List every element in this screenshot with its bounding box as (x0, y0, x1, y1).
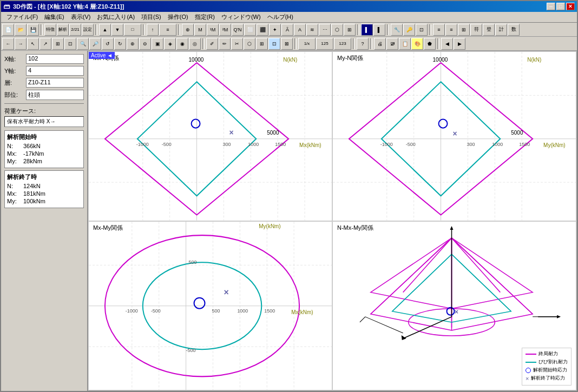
tb2-btn-17[interactable]: ✐ (206, 38, 218, 50)
tb-btn-j[interactable]: ⊕ (182, 24, 194, 36)
tb2-btn-3[interactable]: ↖ (27, 38, 39, 50)
menu-view[interactable]: 表示(V) (68, 12, 94, 22)
svg-marker-89 (450, 226, 454, 230)
tb-new[interactable]: 📄 (2, 24, 14, 36)
tb2-btn-30[interactable]: 📋 (399, 38, 411, 50)
tb-btn-h[interactable]: ↑ (147, 24, 159, 36)
tb2-btn-28[interactable]: 🖨 (374, 38, 386, 50)
tb-btn-y3[interactable]: ⊡ (416, 24, 428, 36)
tb2-btn-22[interactable]: ⊡ (268, 38, 280, 50)
maximize-button[interactable]: □ (556, 3, 565, 10)
tb-save[interactable]: 💾 (27, 24, 39, 36)
tb2-btn-1[interactable]: ← (2, 38, 14, 50)
tb2-btn-31[interactable]: 🎨 (411, 38, 423, 50)
tb2-btn-33[interactable]: ◀ (441, 38, 453, 50)
menu-edit[interactable]: 編集(E) (41, 12, 68, 22)
tb-btn-y1[interactable]: 🔧 (391, 24, 403, 36)
tb2-btn-27[interactable]: ? (357, 38, 369, 50)
tb2-btn-4[interactable]: ↗ (40, 38, 51, 50)
tb-btn-q[interactable]: ✦ (269, 24, 281, 36)
tb2-btn-26[interactable]: 123 (334, 38, 351, 50)
minimize-button[interactable]: ─ (547, 3, 555, 10)
tb-btn-m[interactable]: ²M (219, 24, 231, 36)
my-n-title: My-N関係 (337, 54, 363, 62)
tb-btn-w[interactable]: ⊞ (344, 24, 356, 36)
tb-btn-r[interactable]: Ã (281, 24, 293, 36)
tb2-btn-19[interactable]: ✂ (231, 38, 243, 50)
menu-favorites[interactable]: お気に入り(A) (94, 12, 138, 22)
tb-btn-t[interactable]: ≋ (306, 24, 318, 36)
menu-window[interactable]: ウィンドウ(W) (218, 12, 264, 22)
tb2-btn-12[interactable]: ⊖ (139, 38, 151, 50)
tb-btn-z2[interactable]: ≡ (445, 24, 457, 36)
tb2-btn-2[interactable]: → (15, 38, 27, 50)
tb-btn-l[interactable]: ¹M (207, 24, 219, 36)
close-button[interactable]: ✕ (566, 3, 575, 10)
svg-text:-1000: -1000 (380, 142, 393, 147)
window-title: 3D作図 - [柱 [X軸:102 Y軸:4 層:Z10-Z11]] (13, 3, 124, 11)
tb2-btn-8[interactable]: 🔎 (89, 38, 101, 50)
tb-btn-x2[interactable]: ▌ (373, 24, 385, 36)
tb-btn-v[interactable]: ⬡ (331, 24, 343, 36)
tb-btn-z4[interactable]: 符 (470, 24, 482, 36)
legend-circle (526, 368, 531, 373)
tb-btn-z3[interactable]: ⊞ (458, 24, 470, 36)
tb-btn-p[interactable]: ⬛ (257, 24, 268, 36)
tb2-btn-18[interactable]: ✏ (219, 38, 231, 50)
tb2-btn-25[interactable]: 125 (316, 38, 333, 50)
legend-x-icon: × (526, 375, 529, 382)
menu-items[interactable]: 項目(S) (138, 12, 165, 22)
menu-file[interactable]: ファイル(F) (3, 12, 41, 22)
tb-btn-a[interactable]: 特徴 (44, 24, 56, 36)
menu-designate[interactable]: 指定(R) (192, 12, 218, 22)
tb2-btn-32[interactable]: ⬟ (424, 38, 436, 50)
tb2-btn-5[interactable]: ⊞ (52, 38, 64, 50)
tb-btn-y2[interactable]: 🔑 (403, 24, 415, 36)
tb-btn-c[interactable]: 2/21 (69, 24, 81, 36)
tb-btn-k[interactable]: M (194, 24, 206, 36)
tb-btn-z5[interactable]: 登 (483, 24, 495, 36)
tb2-btn-24[interactable]: 1/x (298, 38, 316, 50)
tb-btn-n[interactable]: Q'N (232, 24, 244, 36)
tb2-btn-10[interactable]: ↻ (114, 38, 126, 50)
x-axis-label: X軸: (4, 55, 26, 63)
tb2-btn-9[interactable]: ↺ (102, 38, 114, 50)
tb-btn-z6[interactable]: 計 (495, 24, 507, 36)
tb2-btn-7[interactable]: 🔍 (77, 38, 89, 50)
tb2-sep-1 (202, 38, 205, 49)
tb-btn-u[interactable]: ⋯ (319, 24, 331, 36)
tb2-btn-13[interactable]: ▣ (152, 38, 163, 50)
tb-btn-z1[interactable]: ≡ (433, 24, 445, 36)
tb-btn-s[interactable]: A (294, 24, 306, 36)
tb2-btn-15[interactable]: ◉ (176, 38, 188, 50)
tb-btn-b[interactable]: 解析 (57, 24, 69, 36)
menu-operation[interactable]: 操作(O) (165, 12, 192, 22)
tb-btn-o[interactable]: ⬜ (244, 24, 256, 36)
ae-n-row: N: 124kN (7, 183, 81, 189)
chart-mx-my: Mx-My関係 (88, 221, 332, 391)
tb-btn-z7[interactable]: 数 (508, 24, 520, 36)
tb2-btn-6[interactable]: ⊡ (64, 38, 76, 50)
tb2-btn-16[interactable]: ◎ (189, 38, 201, 50)
tb2-btn-11[interactable]: ⊕ (127, 38, 139, 50)
tb2-btn-29[interactable]: 🖳 (386, 38, 398, 50)
svg-point-43 (439, 119, 448, 128)
tb2-btn-20[interactable]: ⬡ (244, 38, 255, 50)
tb2-btn-21[interactable]: ⊞ (256, 38, 268, 50)
ae-mx-row: Mx: 181kNm (7, 190, 81, 197)
tb-btn-f[interactable]: ▼ (111, 24, 123, 36)
tb-open[interactable]: 📂 (15, 24, 27, 36)
tb-btn-e[interactable]: ▲ (99, 24, 111, 36)
legend: 終局耐力 びび割れ耐力 解析開始時応力 × 解析終了時応力 (522, 348, 572, 386)
tb-btn-i[interactable]: ≡ (159, 24, 176, 36)
n-mx-my-title: N-Mx-My関係 (337, 224, 373, 232)
analysis-start-title: 解析開始時 (7, 133, 81, 141)
menu-help[interactable]: ヘルプ(H) (264, 12, 297, 22)
tb-btn-x1[interactable]: ▌ (361, 24, 373, 36)
tb2-btn-14[interactable]: ◈ (164, 38, 176, 50)
tb2-btn-23[interactable]: ⊠ (281, 38, 293, 50)
svg-text:Mx(kNm): Mx(kNm) (291, 309, 313, 315)
tb-btn-d[interactable]: 設定 (82, 24, 94, 36)
tb2-btn-34[interactable]: ▶ (454, 38, 465, 50)
tb-btn-g[interactable]: □ (124, 24, 141, 36)
